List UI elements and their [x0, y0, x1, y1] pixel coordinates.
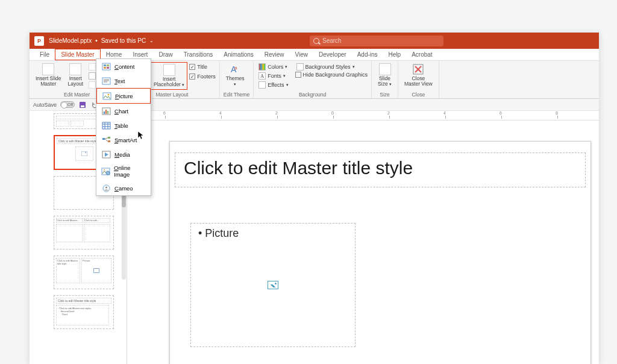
svg-rect-29	[102, 138, 105, 140]
tab-file[interactable]: File	[34, 49, 55, 60]
insert-placeholder-button[interactable]: Insert Placeholder ▾	[151, 62, 187, 90]
svg-line-32	[105, 137, 108, 139]
app-icon: P	[34, 36, 44, 46]
svg-rect-13	[107, 67, 109, 69]
themes-button[interactable]: Aa Themes▾	[224, 62, 247, 89]
close-master-view-button[interactable]: Close Master View	[402, 62, 435, 89]
content-icon	[101, 62, 111, 71]
svg-rect-12	[104, 67, 106, 69]
title-placeholder[interactable]: Click to edit Master title style	[175, 152, 586, 187]
save-state: Saved to this PC	[101, 37, 146, 44]
effects-button[interactable]: Effects ▾	[257, 81, 289, 89]
autosave-label: AutoSave	[33, 102, 57, 108]
group-edit-theme: Aa Themes▾ Edit Theme	[220, 61, 254, 98]
group-size: Slide Size ▾ Size	[372, 61, 398, 98]
insert-slide-master-button[interactable]: Insert Slide Master	[33, 62, 64, 89]
autosave-toggle[interactable]: Off	[60, 101, 75, 108]
titlebar: P SlideModel.pptx • Saved to this PC ⌄ S…	[30, 33, 599, 49]
footers-checkbox[interactable]: ✓Footers	[189, 74, 216, 80]
doc-name: SlideModel.pptx	[49, 37, 92, 44]
layout-thumb[interactable]: Click to edit Master title style · Click…	[54, 295, 114, 329]
tab-acrobat[interactable]: Acrobat	[406, 49, 437, 60]
layout-thumb[interactable]: Click to edit Mastertitle stylePicture	[54, 256, 114, 289]
hide-bg-checkbox[interactable]: Hide Background Graphics	[295, 72, 368, 78]
menu-item-chart[interactable]: Chart	[96, 104, 151, 118]
svg-point-19	[107, 93, 109, 95]
fonts-button[interactable]: AFonts ▾	[257, 72, 289, 80]
online-icon	[101, 167, 110, 175]
search-placeholder: Search	[322, 37, 342, 44]
svg-rect-6	[81, 105, 84, 107]
smartart-icon	[101, 136, 111, 144]
tab-animations[interactable]: Animations	[218, 49, 258, 60]
tab-draw[interactable]: Draw	[153, 49, 178, 60]
chevron-down-icon[interactable]: ⌄	[149, 38, 154, 43]
tab-slide-master[interactable]: Slide Master	[55, 49, 101, 60]
canvas-area[interactable]: 64202468 Click to edit Master title styl…	[127, 111, 599, 364]
slide-canvas[interactable]: Click to edit Master title style • Pictu…	[169, 141, 591, 364]
svg-rect-24	[102, 122, 110, 129]
tab-transitions[interactable]: Transitions	[178, 49, 219, 60]
svg-rect-23	[107, 111, 108, 114]
picture-placeholder[interactable]: • Picture	[190, 223, 355, 347]
svg-text:a: a	[234, 65, 237, 71]
insert-layout-button[interactable]: Insert Layout	[66, 62, 86, 89]
media-icon	[101, 150, 111, 158]
svg-line-33	[105, 139, 108, 141]
menu-item-media[interactable]: Media	[96, 147, 151, 162]
tab-developer[interactable]: Developer	[313, 49, 352, 60]
tab-add-ins[interactable]: Add-ins	[352, 49, 383, 60]
svg-rect-31	[108, 140, 110, 142]
ruler-horizontal: 64202468	[127, 111, 599, 121]
table-icon	[101, 121, 111, 130]
menu-item-picture[interactable]: Picture	[96, 88, 151, 104]
tab-review[interactable]: Review	[259, 49, 290, 60]
menu-item-online-image[interactable]: Online Image	[96, 162, 151, 181]
title-checkbox[interactable]: ✓Title	[189, 64, 216, 70]
save-icon[interactable]	[78, 101, 87, 109]
insert-placeholder-menu[interactable]: ContentTextPictureChartTableSmartArtMedi…	[96, 58, 151, 196]
chart-icon	[101, 107, 111, 115]
tab-help[interactable]: Help	[383, 49, 407, 60]
menu-item-table[interactable]: Table	[96, 118, 151, 133]
tab-view[interactable]: View	[290, 49, 314, 60]
group-close: Close Master View Close	[398, 61, 439, 98]
picture-icon	[268, 281, 278, 289]
svg-rect-22	[105, 110, 107, 114]
group-background: Colors ▾ AFonts ▾ Effects ▾ Background S…	[254, 61, 372, 98]
bg-styles-button[interactable]: Background Styles ▾	[295, 63, 368, 71]
colors-button[interactable]: Colors ▾	[257, 63, 289, 71]
close-icon	[412, 63, 424, 75]
svg-rect-30	[108, 137, 110, 139]
svg-point-39	[105, 186, 107, 188]
svg-point-36	[104, 169, 105, 171]
menu-item-text[interactable]: Text	[96, 74, 151, 88]
text-icon	[101, 77, 111, 85]
svg-rect-9	[102, 63, 110, 70]
cameo-icon	[101, 184, 111, 192]
slide-size-button[interactable]: Slide Size ▾	[375, 62, 394, 89]
layout-thumb[interactable]: Click to edit Master...Click to edit...	[54, 216, 114, 249]
svg-rect-10	[104, 64, 106, 66]
svg-point-8	[85, 152, 86, 153]
cursor-icon	[138, 131, 145, 142]
menu-item-cameo[interactable]: Cameo	[96, 181, 151, 195]
svg-rect-7	[81, 151, 87, 156]
picture-icon	[102, 92, 111, 100]
search-box[interactable]: Search	[310, 36, 443, 46]
menu-item-content[interactable]: Content	[96, 59, 151, 74]
svg-rect-21	[104, 111, 105, 114]
search-icon	[313, 38, 319, 44]
svg-rect-11	[107, 64, 109, 66]
